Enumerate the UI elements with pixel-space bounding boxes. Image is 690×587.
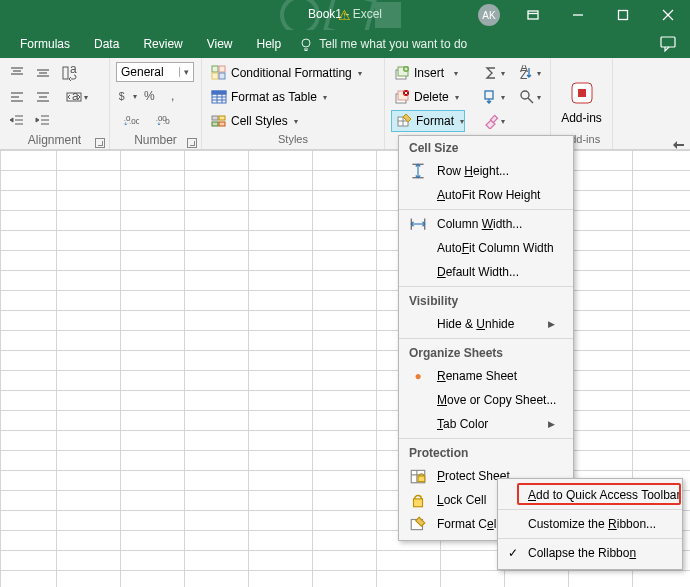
svg-rect-12	[661, 37, 675, 47]
insert-button[interactable]: Insert▾	[391, 62, 465, 84]
delete-button[interactable]: Delete▾	[391, 86, 465, 108]
menu-item-tab-color[interactable]: Tab Color▶	[399, 412, 573, 436]
fill-button[interactable]: ▾	[477, 86, 511, 108]
svg-rect-54	[219, 116, 225, 120]
menu-item-hide-unhide[interactable]: Hide & Unhide▶	[399, 312, 573, 336]
tab-help[interactable]: Help	[245, 30, 294, 58]
comma-style-button[interactable]: ,	[164, 85, 186, 107]
menu-item-row-height[interactable]: Row Height...	[399, 159, 573, 183]
tab-formulas[interactable]: Formulas	[8, 30, 82, 58]
svg-rect-53	[212, 116, 218, 120]
group-label-alignment: Alignment	[0, 133, 109, 149]
find-select-button[interactable]: ▾	[515, 86, 545, 108]
tab-data[interactable]: Data	[82, 30, 131, 58]
tell-me-search[interactable]: Tell me what you want to do	[299, 37, 467, 51]
account-badge[interactable]: AK	[478, 4, 500, 26]
svg-rect-55	[212, 122, 218, 126]
ribbon-display-options-button[interactable]	[510, 0, 555, 30]
svg-rect-3	[528, 11, 538, 19]
decrease-decimal-button[interactable]: .00.0	[148, 110, 178, 132]
svg-text:,: ,	[171, 89, 174, 103]
svg-rect-6	[618, 11, 627, 20]
svg-text:%: %	[144, 89, 155, 103]
svg-rect-45	[219, 73, 225, 79]
close-button[interactable]	[645, 0, 690, 30]
addins-icon	[568, 79, 596, 107]
svg-text:ab: ab	[70, 65, 77, 76]
decrease-indent-button[interactable]	[6, 110, 28, 132]
svg-rect-70	[485, 91, 493, 99]
protect-sheet-icon	[409, 467, 427, 485]
cell-styles-button[interactable]: Cell Styles▾	[208, 110, 378, 132]
menu-section-visibility: Visibility	[399, 289, 573, 312]
wrap-text-button[interactable]: ab	[58, 62, 80, 84]
context-menu: Add to Quick Access Toolbar Customize th…	[497, 478, 683, 570]
check-icon: ✓	[508, 546, 518, 560]
submenu-arrow-icon: ▶	[548, 419, 555, 429]
menu-item-add-qat[interactable]: Add to Quick Access Toolbar	[498, 483, 682, 507]
align-middle-button[interactable]	[32, 62, 54, 84]
increase-indent-button[interactable]	[32, 110, 54, 132]
svg-line-75	[528, 98, 533, 103]
comments-icon[interactable]	[660, 36, 678, 52]
addins-button[interactable]: Add-ins	[557, 62, 606, 133]
autosum-button[interactable]: ▾	[477, 62, 511, 84]
svg-rect-71	[490, 115, 497, 122]
svg-rect-88	[414, 499, 423, 507]
number-format-combo[interactable]: General▾	[116, 62, 194, 82]
svg-rect-77	[578, 89, 586, 97]
warning-icon: ⚠	[338, 7, 351, 23]
svg-text:.0: .0	[163, 117, 170, 126]
svg-rect-43	[219, 66, 225, 72]
svg-rect-52	[212, 91, 226, 94]
group-label-styles: Styles	[202, 133, 384, 149]
format-cells-icon	[409, 515, 427, 533]
column-width-icon	[409, 215, 427, 233]
addins-label: Add-ins	[561, 111, 602, 125]
format-as-table-button[interactable]: Format as Table▾	[208, 86, 378, 108]
clear-button[interactable]: ▾	[477, 110, 511, 132]
svg-rect-87	[418, 476, 425, 482]
svg-text:$: $	[119, 90, 125, 102]
dialog-launcher-icon[interactable]	[95, 138, 105, 148]
tab-view[interactable]: View	[195, 30, 245, 58]
merge-center-button[interactable]: a▾	[58, 86, 96, 108]
ribbon: ab a▾ Alignment General▾ $▾ % , .0.00 .0…	[0, 58, 690, 150]
menu-item-column-width[interactable]: Column Width...	[399, 212, 573, 236]
svg-rect-56	[219, 122, 225, 126]
svg-rect-42	[212, 66, 218, 72]
svg-text:a: a	[72, 89, 79, 103]
align-left-button[interactable]	[6, 86, 28, 108]
svg-rect-31	[63, 67, 68, 79]
menu-item-autofit-column[interactable]: AutoFit Column Width	[399, 236, 573, 260]
menu-item-default-width[interactable]: Default Width...	[399, 260, 573, 284]
menu-item-collapse-ribbon[interactable]: ✓Collapse the Ribbon	[498, 541, 682, 565]
submenu-arrow-icon: ▶	[548, 319, 555, 329]
sort-filter-button[interactable]: AZ▾	[515, 62, 545, 84]
format-button[interactable]: Format▾	[391, 110, 465, 132]
menu-item-rename-sheet[interactable]: ●Rename Sheet	[399, 364, 573, 388]
conditional-formatting-button[interactable]: Conditional Formatting▾	[208, 62, 378, 84]
minimize-button[interactable]	[555, 0, 600, 30]
increase-decimal-button[interactable]: .0.00	[116, 110, 146, 132]
svg-text:Z: Z	[520, 68, 527, 81]
group-label-number: Number	[110, 133, 201, 149]
percent-button[interactable]: %	[140, 85, 162, 107]
tab-review[interactable]: Review	[131, 30, 194, 58]
tell-me-label: Tell me what you want to do	[319, 37, 467, 51]
ribbon-tabs: Formulas Data Review View Help Tell me w…	[0, 30, 690, 58]
align-center-button[interactable]	[32, 86, 54, 108]
accounting-format-button[interactable]: $▾	[116, 85, 138, 107]
maximize-button[interactable]	[600, 0, 645, 30]
menu-item-move-copy[interactable]: Move or Copy Sheet...	[399, 388, 573, 412]
menu-item-customize-ribbon[interactable]: Customize the Ribbon...	[498, 512, 682, 536]
dialog-launcher-icon[interactable]	[187, 138, 197, 148]
group-number: General▾ $▾ % , .0.00 .00.0 Number	[110, 58, 202, 149]
group-styles: Conditional Formatting▾ Format as Table▾…	[202, 58, 385, 149]
menu-section-cellsize: Cell Size	[399, 136, 573, 159]
title-bar: Book1 - Excel ⚠ AK	[0, 0, 690, 30]
menu-item-autofit-row[interactable]: AutoFit Row Height	[399, 183, 573, 207]
svg-point-9	[302, 39, 310, 47]
rename-icon: ●	[409, 367, 427, 385]
align-top-button[interactable]	[6, 62, 28, 84]
